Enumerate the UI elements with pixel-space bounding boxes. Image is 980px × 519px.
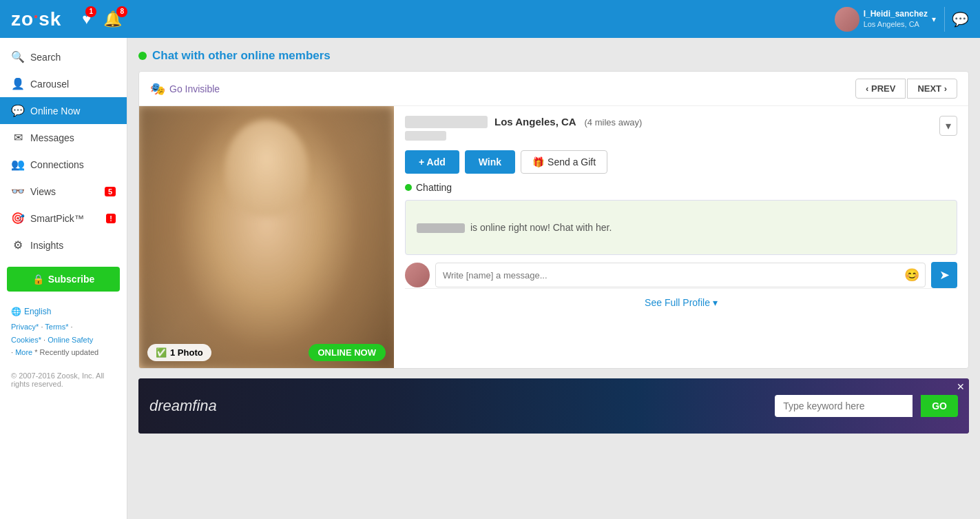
gift-icon: 🎁 (532, 156, 544, 167)
go-invisible-btn[interactable]: 🎭 Go Invisible (150, 81, 220, 96)
ad-search-input[interactable] (775, 395, 913, 417)
online-now-badge: ONLINE NOW (309, 344, 386, 361)
wink-button[interactable]: Wink (465, 150, 515, 174)
copyright: © 2007-2016 Zoosk, Inc. All rights reser… (0, 366, 127, 394)
user-area[interactable]: I_Heidi_sanchez Los Angeles, CA ▾ (835, 7, 945, 32)
action-buttons: + Add Wink 🎁 Send a Gift (405, 150, 957, 174)
more-link[interactable]: More (15, 348, 32, 356)
send-button[interactable]: ➤ (931, 262, 957, 288)
sidebar-label-smartpick: SmartPick™ (30, 213, 84, 224)
top-nav: zo●sk ♥ 1 🔔 8 I_Heidi_sanchez Los Angele… (0, 0, 980, 38)
footer-links: Privacy* · Terms* · Cookies* · Online Sa… (11, 320, 116, 359)
sidebar-item-carousel[interactable]: 👤 Carousel (0, 70, 127, 97)
photo-count-btn[interactable]: ✅ 1 Photo (147, 344, 211, 361)
sidebar-label-insights: Insights (30, 240, 63, 251)
sidebar-label-connections: Connections (30, 159, 84, 170)
nav-buttons: ‹ PREV NEXT › (855, 79, 957, 99)
chevron-down-icon: ▾ (932, 14, 936, 24)
go-invisible-label: Go Invisible (169, 83, 220, 94)
ad-content: dreamfina GO (138, 395, 969, 417)
chat-message-text: is online right now! Chat with her. (470, 222, 612, 233)
sidebar-item-connections[interactable]: 👥 Connections (0, 151, 127, 178)
sidebar: 🔍 Search 👤 Carousel 💬 Online Now ✉ Messa… (0, 38, 127, 519)
sidebar-item-messages[interactable]: ✉ Messages (0, 124, 127, 151)
see-full-profile-link[interactable]: See Full Profile ▾ (645, 297, 718, 308)
sender-avatar (405, 263, 430, 287)
sidebar-item-smartpick[interactable]: 🎯 SmartPick™ ! (0, 205, 127, 232)
profile-age-blurred (405, 131, 446, 141)
add-button[interactable]: + Add (405, 150, 459, 174)
bells-badge: 8 (116, 6, 127, 17)
terms-link[interactable]: Terms* (45, 323, 68, 331)
message-input[interactable] (436, 265, 899, 286)
chat-status: Chatting (405, 182, 957, 193)
globe-icon: 🌐 (11, 307, 21, 316)
sidebar-item-search[interactable]: 🔍 Search (0, 43, 127, 70)
message-input-row: 😊 ➤ (405, 262, 957, 288)
sidebar-item-insights[interactable]: ⚙ Insights (0, 232, 127, 258)
info-section: Los Angeles, CA (4 miles away) ▾ + Add W… (394, 106, 968, 368)
next-button[interactable]: NEXT › (907, 79, 957, 99)
subscribe-button[interactable]: 🔒 Subscribe (7, 267, 120, 292)
connections-icon: 👥 (11, 158, 25, 171)
user-name: I_Heidi_sanchez (864, 9, 928, 20)
profile-distance: (4 miles away) (585, 117, 643, 128)
checkmark-icon: ✅ (156, 347, 167, 358)
profile-header-row: Los Angeles, CA (4 miles away) ▾ (405, 116, 957, 141)
chat-name-blur (417, 223, 465, 233)
language-label: English (24, 307, 51, 316)
online-now-icon: 💬 (11, 104, 25, 117)
subscribe-label: Subscribe (48, 274, 95, 285)
chat-status-label: Chatting (416, 182, 452, 193)
sidebar-item-online-now[interactable]: 💬 Online Now (0, 97, 127, 124)
ad-go-button[interactable]: GO (921, 395, 958, 417)
chat-message: is online right now! Chat with her. (417, 221, 612, 235)
online-safety-link[interactable]: Online Safety (48, 336, 93, 344)
logo-badge: ● (34, 12, 39, 19)
online-header: Chat with other online members (138, 49, 969, 63)
sidebar-item-views[interactable]: 👓 Views 5 (0, 178, 127, 205)
search-icon: 🔍 (11, 50, 25, 63)
main-layout: 🔍 Search 👤 Carousel 💬 Online Now ✉ Messa… (0, 38, 980, 519)
profile-location: Los Angeles, CA (494, 116, 576, 128)
privacy-link[interactable]: Privacy* (11, 323, 39, 331)
bells-notification-btn[interactable]: 🔔 8 (103, 10, 122, 28)
nav-right: I_Heidi_sanchez Los Angeles, CA ▾ 💬 (835, 7, 969, 32)
photo-count-label: 1 Photo (170, 347, 203, 358)
see-full-profile: See Full Profile ▾ (405, 288, 957, 316)
ad-close-button[interactable]: ✕ (957, 381, 965, 392)
expand-button[interactable]: ▾ (939, 116, 957, 136)
sidebar-label-search: Search (30, 52, 61, 63)
insights-icon: ⚙ (11, 238, 25, 252)
logo: zo●sk (11, 8, 61, 30)
user-location: Los Angeles, CA (864, 19, 928, 29)
cookies-link[interactable]: Cookies* (11, 336, 41, 344)
carousel-icon: 👤 (11, 77, 25, 90)
hearts-notification-btn[interactable]: ♥ 1 (82, 10, 91, 28)
sidebar-label-carousel: Carousel (30, 79, 69, 90)
profile-photo (139, 106, 394, 368)
sidebar-label-views: Views (30, 186, 56, 197)
chat-status-dot (405, 184, 412, 191)
prev-button[interactable]: ‹ PREV (855, 79, 906, 99)
photo-section: ✅ 1 Photo ONLINE NOW (139, 106, 394, 368)
photo-bottom-bar: ✅ 1 Photo ONLINE NOW (139, 337, 394, 368)
language-selector[interactable]: 🌐 English (11, 307, 116, 316)
smartpick-badge: ! (106, 214, 116, 223)
emoji-button[interactable]: 😊 (899, 263, 925, 287)
sidebar-footer: 🌐 English Privacy* · Terms* · Cookies* ·… (0, 300, 127, 366)
see-full-profile-text: See Full Profile (645, 297, 710, 308)
ad-banner: dreamfina GO ✕ (138, 378, 969, 434)
messages-nav-btn[interactable]: 💬 (952, 11, 969, 28)
hearts-badge: 1 (85, 6, 96, 17)
avatar (835, 7, 859, 32)
gift-label: Send a Gift (548, 156, 596, 167)
profile-card: 🎭 Go Invisible ‹ PREV NEXT › (138, 71, 969, 369)
lock-icon: 🔒 (32, 274, 44, 285)
profile-name-blurred (405, 116, 488, 128)
gift-button[interactable]: 🎁 Send a Gift (521, 150, 607, 174)
sidebar-label-messages: Messages (30, 132, 74, 143)
views-badge: 5 (105, 187, 116, 196)
location-block: Los Angeles, CA (4 miles away) (494, 116, 932, 128)
main-content: Chat with other online members 🎭 Go Invi… (127, 38, 980, 519)
